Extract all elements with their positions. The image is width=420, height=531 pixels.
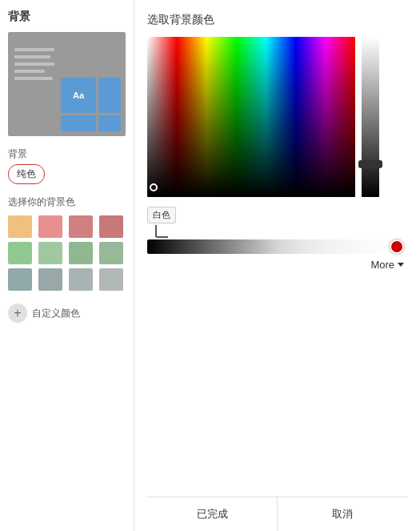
- right-panel: 选取背景颜色 白色 More 已完成 取消: [134, 0, 420, 531]
- preview-line-5: [14, 77, 53, 80]
- tile-bottom-right: [98, 115, 121, 131]
- preview-line-3: [14, 62, 54, 66]
- cancel-button[interactable]: 取消: [278, 497, 407, 531]
- custom-color-label: 自定义颜色: [32, 307, 80, 320]
- cursor-indicator: [155, 225, 168, 238]
- section-title: 背景: [8, 10, 126, 24]
- bg-type-label: 背景: [8, 147, 126, 161]
- left-panel: 背景 Aa 背景 纯色 选择你的背景色: [0, 0, 134, 531]
- swatch-light-teal[interactable]: [69, 268, 93, 291]
- bottom-buttons: 已完成 取消: [147, 497, 407, 531]
- bg-type-dropdown[interactable]: 纯色: [8, 164, 45, 184]
- swatch-pale-teal[interactable]: [99, 268, 123, 291]
- swatch-muted-green[interactable]: [99, 242, 123, 264]
- preview-line-2: [14, 55, 50, 58]
- swatch-mid-green[interactable]: [38, 242, 62, 264]
- chevron-down-icon: [398, 263, 404, 267]
- more-label: More: [370, 259, 394, 271]
- plus-icon: +: [14, 306, 21, 320]
- hue-thumb: [390, 239, 404, 254]
- dropdown-label: 纯色: [17, 167, 36, 181]
- preview-box: Aa: [8, 32, 126, 136]
- preview-lines: [14, 48, 54, 80]
- gradient-box[interactable]: [147, 37, 355, 197]
- color-picker-area: [147, 37, 407, 197]
- custom-color-row: + 自定义颜色: [8, 304, 126, 323]
- swatch-warm-red[interactable]: [99, 215, 123, 238]
- tile-side-top: [98, 78, 121, 113]
- add-custom-color-button[interactable]: +: [8, 304, 27, 323]
- swatch-sage-green[interactable]: [69, 242, 93, 264]
- tile-main: Aa: [61, 78, 96, 113]
- swatch-warm-orange[interactable]: [8, 215, 32, 238]
- swatch-teal-gray[interactable]: [8, 268, 32, 291]
- preview-grid: Aa: [61, 78, 121, 131]
- color-swatches-grid: [8, 215, 126, 291]
- confirm-button[interactable]: 已完成: [147, 497, 278, 531]
- swatch-warm-rose[interactable]: [69, 215, 93, 238]
- brightness-thumb: [358, 160, 382, 168]
- color-value-label: 白色: [147, 207, 176, 223]
- hue-slider[interactable]: [147, 239, 407, 254]
- picker-title: 选取背景颜色: [147, 13, 407, 27]
- white-label-box: 白色: [147, 207, 407, 238]
- swatch-cool-gray[interactable]: [38, 268, 62, 291]
- swatch-cool-green[interactable]: [8, 242, 32, 264]
- swatch-warm-pink[interactable]: [38, 215, 62, 238]
- gradient-brightness-layer: [147, 37, 355, 197]
- more-row[interactable]: More: [147, 259, 407, 271]
- hue-slider-container: [147, 239, 407, 254]
- tile-bottom-left: [61, 115, 96, 131]
- preview-line-4: [14, 70, 45, 73]
- choose-color-label: 选择你的背景色: [8, 195, 126, 209]
- preview-line-1: [14, 48, 54, 51]
- brightness-strip[interactable]: [362, 37, 379, 197]
